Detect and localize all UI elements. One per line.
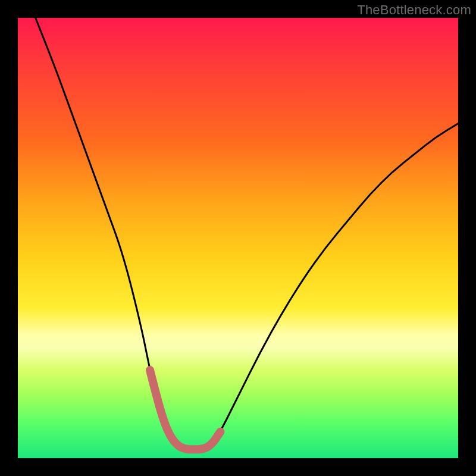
frame-background: TheBottleneck.com [0,0,476,476]
watermark-text: TheBottleneck.com [357,2,471,18]
bottleneck-curve-path [36,18,458,449]
highlight-valley-path [150,370,220,449]
curve-svg [18,18,458,458]
plot-area [18,18,458,458]
